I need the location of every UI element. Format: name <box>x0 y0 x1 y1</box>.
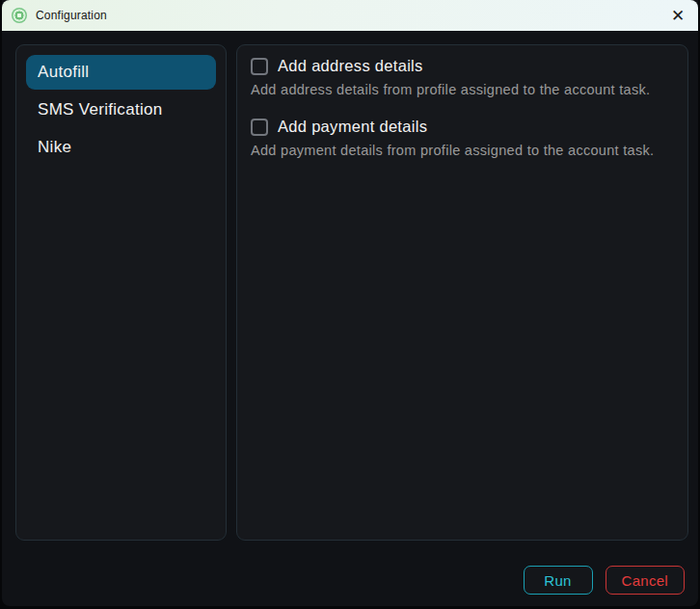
app-logo-icon <box>12 8 27 23</box>
dialog-footer: Run Cancel <box>524 566 686 595</box>
title-bar: Configuration ✕ <box>2 0 698 31</box>
add-address-details-description: Add address details from profile assigne… <box>251 82 674 97</box>
sidebar-item-nike[interactable]: Nike <box>26 130 216 165</box>
add-payment-details-label: Add payment details <box>278 118 427 136</box>
add-payment-details-checkbox[interactable] <box>251 119 268 136</box>
add-address-details-label: Add address details <box>278 57 423 75</box>
sidebar-item-autofill[interactable]: Autofill <box>26 55 216 90</box>
add-payment-details-description: Add payment details from profile assigne… <box>251 143 674 158</box>
configuration-dialog: Configuration ✕ Autofill SMS Verificatio… <box>2 0 698 606</box>
add-address-details-checkbox[interactable] <box>251 58 268 75</box>
options-panel: Add address details Add address details … <box>236 44 688 541</box>
close-icon[interactable]: ✕ <box>663 2 692 29</box>
sidebar-item-sms-verification[interactable]: SMS Verification <box>26 93 216 127</box>
cancel-button[interactable]: Cancel <box>606 566 686 595</box>
option-group-payment: Add payment details Add payment details … <box>251 118 674 158</box>
sidebar: Autofill SMS Verification Nike <box>15 44 227 541</box>
add-address-details-option[interactable]: Add address details <box>251 57 674 75</box>
add-payment-details-option[interactable]: Add payment details <box>251 118 674 136</box>
option-group-address: Add address details Add address details … <box>251 57 674 97</box>
window-title: Configuration <box>36 9 107 22</box>
run-button[interactable]: Run <box>524 566 593 595</box>
